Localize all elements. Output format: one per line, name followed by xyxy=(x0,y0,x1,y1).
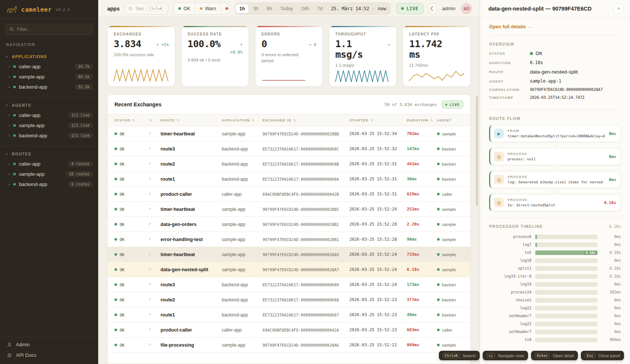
status-dot xyxy=(13,134,16,137)
open-link-icon[interactable]: ↗ xyxy=(148,267,159,272)
flow-step[interactable]: FROM timer:dataGenNestedSplit?period=180… xyxy=(489,125,621,142)
time-range-chip[interactable]: 6h xyxy=(263,4,276,13)
open-link-icon[interactable]: ↗ xyxy=(148,207,159,212)
search-input[interactable]: Sea... Ctrl+K xyxy=(125,3,168,14)
sidebar-item-application[interactable]: ▸ caller-app 10.7k xyxy=(0,61,98,72)
time-range-chip[interactable]: 24h xyxy=(297,4,313,13)
date-range[interactable]: 25. März 14:52 — now xyxy=(327,6,390,11)
table-row[interactable]: OK ↗ timer-heartbeat sample-app 90799F47… xyxy=(108,126,470,141)
table-row[interactable]: OK ↗ data-gen-nested-split sample-app 90… xyxy=(108,262,470,277)
column-header-status[interactable]: STATUS⇅ xyxy=(114,118,146,122)
time-range-chip[interactable]: 1h xyxy=(236,4,249,13)
open-link-icon[interactable]: ↗ xyxy=(148,342,159,347)
status-filter-button[interactable]: Warn xyxy=(195,3,221,14)
timeline-row[interactable]: to5 6.18s 6.18s xyxy=(489,249,621,256)
sidebar-item-agent[interactable]: ▸ caller-app 1/1 live xyxy=(0,110,98,120)
live-toggle-button[interactable]: LIVE xyxy=(396,3,423,14)
table-row[interactable]: OK ↗ route2 backend-app EE7322370A10617-… xyxy=(108,292,470,307)
timeline-row[interactable]: log19 0ms xyxy=(489,280,621,288)
group-header-applications[interactable]: ▾ APPLICATIONS xyxy=(0,52,98,61)
open-link-icon[interactable]: ↗ xyxy=(148,312,159,317)
sidebar-item-route[interactable]: ▸ backend-app 6 routes xyxy=(0,179,98,189)
column-header-exchange-id[interactable]: EXCHANGE ID⇅ xyxy=(262,118,348,122)
timeline-row[interactable]: to9 960ms xyxy=(489,336,621,344)
close-button[interactable]: × xyxy=(613,4,624,14)
stat-card-success-rate[interactable]: SUCCESS RATE 100.0% ↑ +0.0% 3.834 ok / 0… xyxy=(181,26,249,87)
camel-logo-icon xyxy=(6,5,17,14)
timeline-row[interactable]: process6 0ms xyxy=(489,233,621,241)
table-row[interactable]: OK ↗ timer-heartbeat sample-app 90799F47… xyxy=(108,202,470,217)
sidebar-item-route[interactable]: ▸ caller-app 4 routes xyxy=(0,159,98,169)
column-header-agent[interactable]: AGENT xyxy=(437,118,463,122)
timeline-row[interactable]: log22 0ms xyxy=(489,320,621,328)
open-link-icon[interactable]: ↗ xyxy=(148,327,159,332)
stat-card-latency[interactable]: LATENCY P99 11.742 ms 11.742ms xyxy=(403,26,471,87)
table-row[interactable]: OK ↗ data-gen-orders sample-app 90799F47… xyxy=(108,217,470,232)
column-header-started[interactable]: STARTED⇅ xyxy=(349,118,405,122)
table-row[interactable]: OK ↗ route3 backend-app EE7322370A10617-… xyxy=(108,277,470,292)
stat-card-throughput[interactable]: THROUGHPUT 1.1 msg/s → 1.1 msg/s xyxy=(329,26,397,87)
time-range-chip[interactable]: Today xyxy=(276,4,296,13)
sidebar-item-route[interactable]: ▸ sample-app 16 routes xyxy=(0,169,98,179)
open-link-icon[interactable]: ↗ xyxy=(148,222,159,227)
time-range-chip[interactable]: 3h xyxy=(249,4,262,13)
timeline-row[interactable]: choice2 0ms xyxy=(489,296,621,304)
scrollbar-thumb[interactable] xyxy=(476,96,478,206)
timeline-row[interactable]: log7 0ms xyxy=(489,241,621,249)
table-row[interactable]: OK ↗ route1 backend-app EE7322370A10617-… xyxy=(108,307,470,323)
stat-card-exchanges[interactable]: EXCHANGES 3.834 ↑ +1% 100.0% success rat… xyxy=(107,26,175,87)
time-range-chip[interactable]: 7d xyxy=(313,4,326,13)
sidebar-item-admin[interactable]: Admin xyxy=(7,342,91,347)
sidebar-item-application[interactable]: ▸ backend-app 32.2k xyxy=(0,82,98,92)
agent-label: backen xyxy=(442,147,456,151)
sidebar-item-agent[interactable]: ▸ backend-app 1/1 live xyxy=(0,131,98,141)
open-full-details-link[interactable]: Open full details → xyxy=(489,24,621,35)
flow-step[interactable]: PROCESS process: null 0ms xyxy=(489,148,621,165)
timeline-row[interactable]: process14 383ms xyxy=(489,288,621,296)
flow-step[interactable]: PROCESS to: direct:nestedSplit 6.18s xyxy=(489,194,621,211)
date-from: 25. März 14:52 xyxy=(331,6,369,11)
timeline-row[interactable]: log22 0ms xyxy=(489,304,621,312)
open-link-icon[interactable]: ↗ xyxy=(148,161,159,166)
table-row[interactable]: OK ↗ route3 backend-app EE7322370A10617-… xyxy=(108,141,470,157)
open-link-icon[interactable]: ↗ xyxy=(148,177,159,181)
table-row[interactable]: OK ↗ error-handling-test sample-app 9079… xyxy=(108,232,470,247)
status-filter-button[interactable]: OK xyxy=(174,3,195,14)
stat-delta: → xyxy=(388,39,391,47)
sidebar-item-api-docs[interactable]: API Docs xyxy=(7,352,91,358)
sidebar-item-agent[interactable]: ▸ sample-app 1/1 live xyxy=(0,120,98,131)
table-row[interactable]: OK ↗ product-caller caller-app 69AC90BF8… xyxy=(108,323,470,338)
column-header-link[interactable]: ⇅ xyxy=(148,118,159,122)
open-link-icon[interactable]: ↗ xyxy=(148,237,159,242)
stat-card-errors[interactable]: ERRORS 0 → 0 0 errors in selected period xyxy=(255,26,323,87)
group-header-routes[interactable]: ▾ ROUTES xyxy=(0,149,98,159)
open-link-icon[interactable]: ↗ xyxy=(148,252,159,257)
open-link-icon[interactable]: ↗ xyxy=(148,282,159,287)
timeline-row[interactable]: setHeader7 0ms xyxy=(489,312,621,320)
timeline-row[interactable]: log19-iter-0 6.18s xyxy=(489,272,621,280)
column-header-application[interactable]: APPLICATION⇅ xyxy=(222,118,261,122)
column-header-route[interactable]: ROUTE⇅ xyxy=(161,118,220,122)
timeline-row[interactable]: log18 0ms xyxy=(489,256,621,264)
timeline-row[interactable]: setHeader7 0ms xyxy=(489,328,621,336)
step-main: PROCESS process: null xyxy=(508,152,605,161)
table-row[interactable]: OK ↗ timer-heartbeat sample-app 90799F47… xyxy=(108,247,470,262)
theme-toggle-button[interactable]: ☾ xyxy=(429,3,437,14)
open-link-icon[interactable]: ↗ xyxy=(148,297,159,302)
open-link-icon[interactable]: ↗ xyxy=(148,146,159,151)
avatar[interactable]: AD xyxy=(461,3,472,14)
sidebar-item-label: caller-app xyxy=(19,64,72,69)
status-filter-button[interactable]: Error xyxy=(221,3,229,14)
column-header-duration[interactable]: DURATION⇅ xyxy=(407,118,435,122)
sidebar-filter-input[interactable]: Filter... xyxy=(5,24,93,35)
table-row[interactable]: OK ↗ route2 backend-app EE7322370A10617-… xyxy=(108,157,470,172)
table-row[interactable]: OK ↗ product-caller caller-app 69AC90BF8… xyxy=(108,187,470,202)
group-header-agents[interactable]: ▾ AGENTS xyxy=(0,101,98,110)
sidebar-item-application[interactable]: ▸ sample-app 84.1k xyxy=(0,72,98,82)
open-link-icon[interactable]: ↗ xyxy=(148,131,159,136)
table-row[interactable]: OK ↗ file-processing sample-app 90799F47… xyxy=(108,338,470,353)
timeline-row[interactable]: split1 6.18s xyxy=(489,264,621,272)
open-link-icon[interactable]: ↗ xyxy=(148,192,159,197)
table-row[interactable]: OK ↗ route1 backend-app EE7322370A10617-… xyxy=(108,172,470,187)
flow-step[interactable]: PROCESS log: Generated ${body.size} item… xyxy=(489,171,621,188)
